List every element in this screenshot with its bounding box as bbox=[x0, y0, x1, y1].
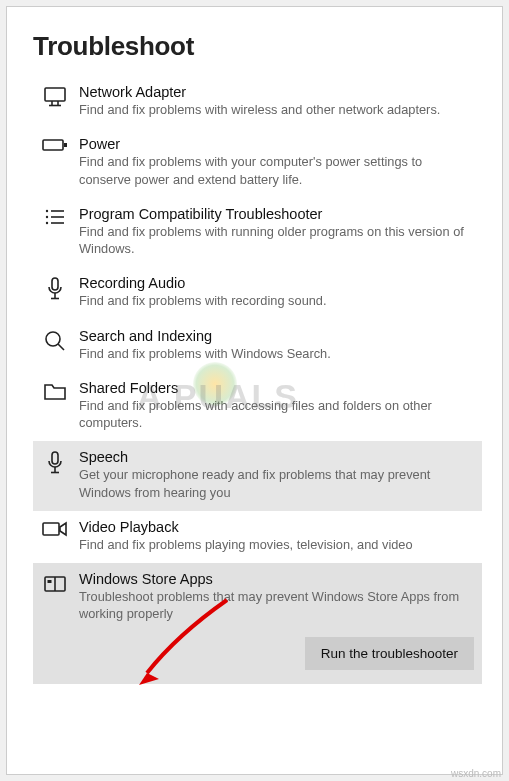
settings-panel: A PUALS Troubleshoot Network Adapter Fin… bbox=[6, 6, 503, 775]
svg-rect-17 bbox=[52, 452, 58, 464]
microphone-icon bbox=[41, 451, 69, 475]
item-desc: Get your microphone ready and fix proble… bbox=[79, 466, 474, 501]
item-desc: Find and fix problems with running older… bbox=[79, 223, 474, 258]
item-desc: Find and fix problems with accessing fil… bbox=[79, 397, 474, 432]
item-title: Power bbox=[79, 136, 474, 152]
video-icon bbox=[41, 521, 69, 537]
item-desc: Find and fix problems playing movies, te… bbox=[79, 536, 474, 553]
svg-rect-0 bbox=[45, 88, 65, 101]
item-desc: Find and fix problems with your computer… bbox=[79, 153, 474, 188]
item-body: Search and Indexing Find and fix problem… bbox=[79, 328, 474, 362]
svg-rect-20 bbox=[43, 523, 59, 535]
svg-point-6 bbox=[46, 210, 48, 212]
svg-line-16 bbox=[58, 344, 64, 350]
item-title: Program Compatibility Troubleshooter bbox=[79, 206, 474, 222]
troubleshooter-search-indexing[interactable]: Search and Indexing Find and fix problem… bbox=[33, 320, 482, 372]
item-desc: Find and fix problems with Windows Searc… bbox=[79, 345, 474, 362]
troubleshooter-power[interactable]: Power Find and fix problems with your co… bbox=[33, 128, 482, 198]
item-desc: Troubleshoot problems that may prevent W… bbox=[79, 588, 474, 623]
troubleshooter-network-adapter[interactable]: Network Adapter Find and fix problems wi… bbox=[33, 76, 482, 128]
run-button-row: Run the troubleshooter bbox=[79, 637, 474, 670]
item-body: Speech Get your microphone ready and fix… bbox=[79, 449, 474, 501]
troubleshooter-shared-folders[interactable]: Shared Folders Find and fix problems wit… bbox=[33, 372, 482, 442]
item-title: Video Playback bbox=[79, 519, 474, 535]
svg-rect-23 bbox=[48, 580, 52, 583]
item-body: Video Playback Find and fix problems pla… bbox=[79, 519, 474, 553]
svg-rect-4 bbox=[43, 140, 63, 150]
troubleshooter-windows-store-apps[interactable]: Windows Store Apps Troubleshoot problems… bbox=[33, 563, 482, 684]
item-body: Network Adapter Find and fix problems wi… bbox=[79, 84, 474, 118]
item-title: Recording Audio bbox=[79, 275, 474, 291]
troubleshooter-video-playback[interactable]: Video Playback Find and fix problems pla… bbox=[33, 511, 482, 563]
troubleshoot-list: Network Adapter Find and fix problems wi… bbox=[33, 76, 482, 684]
svg-point-15 bbox=[46, 332, 60, 346]
item-body: Shared Folders Find and fix problems wit… bbox=[79, 380, 474, 432]
item-title: Windows Store Apps bbox=[79, 571, 474, 587]
list-icon bbox=[41, 208, 69, 226]
folder-icon bbox=[41, 382, 69, 402]
page-title: Troubleshoot bbox=[33, 31, 482, 62]
item-title: Speech bbox=[79, 449, 474, 465]
item-title: Search and Indexing bbox=[79, 328, 474, 344]
search-icon bbox=[41, 330, 69, 352]
svg-point-10 bbox=[46, 222, 48, 224]
item-title: Network Adapter bbox=[79, 84, 474, 100]
footer-credit: wsxdn.com bbox=[451, 768, 501, 779]
troubleshooter-recording-audio[interactable]: Recording Audio Find and fix problems wi… bbox=[33, 267, 482, 319]
item-desc: Find and fix problems with wireless and … bbox=[79, 101, 474, 118]
store-icon bbox=[41, 573, 69, 593]
troubleshooter-speech[interactable]: Speech Get your microphone ready and fix… bbox=[33, 441, 482, 511]
svg-rect-5 bbox=[64, 143, 67, 147]
item-body: Program Compatibility Troubleshooter Fin… bbox=[79, 206, 474, 258]
item-desc: Find and fix problems with recording sou… bbox=[79, 292, 474, 309]
item-body: Windows Store Apps Troubleshoot problems… bbox=[79, 571, 474, 670]
troubleshooter-program-compatibility[interactable]: Program Compatibility Troubleshooter Fin… bbox=[33, 198, 482, 268]
monitor-icon bbox=[41, 86, 69, 108]
battery-icon bbox=[41, 138, 69, 152]
item-body: Recording Audio Find and fix problems wi… bbox=[79, 275, 474, 309]
item-title: Shared Folders bbox=[79, 380, 474, 396]
microphone-icon bbox=[41, 277, 69, 301]
item-body: Power Find and fix problems with your co… bbox=[79, 136, 474, 188]
run-troubleshooter-button[interactable]: Run the troubleshooter bbox=[305, 637, 474, 670]
svg-point-8 bbox=[46, 216, 48, 218]
svg-rect-12 bbox=[52, 278, 58, 290]
